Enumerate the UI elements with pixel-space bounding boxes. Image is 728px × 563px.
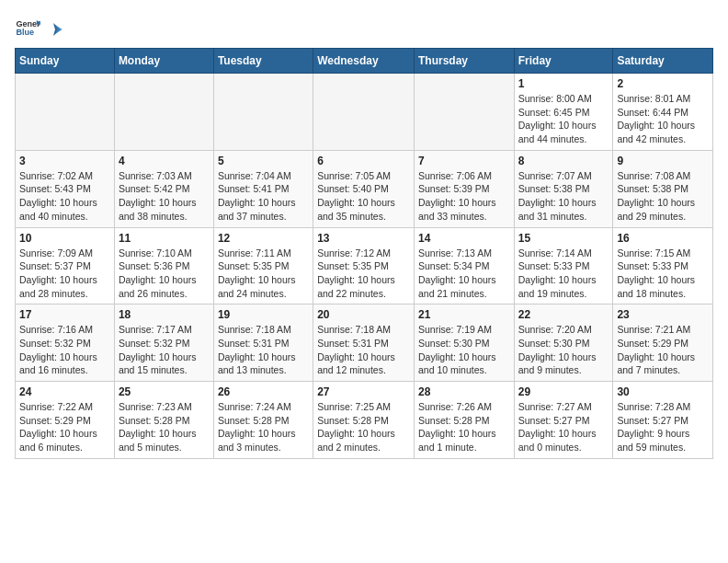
header-row: SundayMondayTuesdayWednesdayThursdayFrid… xyxy=(16,49,713,74)
week-row-4: 24Sunrise: 7:22 AM Sunset: 5:29 PM Dayli… xyxy=(16,382,713,459)
day-number: 8 xyxy=(518,155,609,167)
calendar-cell: 1Sunrise: 8:00 AM Sunset: 6:45 PM Daylig… xyxy=(514,74,613,151)
day-info: Sunrise: 7:07 AM Sunset: 5:38 PM Dayligh… xyxy=(518,169,609,224)
day-info: Sunrise: 7:27 AM Sunset: 5:27 PM Dayligh… xyxy=(518,400,609,454)
day-info: Sunrise: 7:03 AM Sunset: 5:42 PM Dayligh… xyxy=(119,169,210,224)
day-number: 7 xyxy=(418,155,510,167)
calendar-cell: 26Sunrise: 7:24 AM Sunset: 5:28 PM Dayli… xyxy=(213,382,313,459)
day-number: 12 xyxy=(218,232,309,245)
day-number: 24 xyxy=(19,385,110,398)
calendar-cell: 9Sunrise: 7:08 AM Sunset: 5:38 PM Daylig… xyxy=(613,150,713,227)
day-info: Sunrise: 7:18 AM Sunset: 5:31 PM Dayligh… xyxy=(218,323,309,377)
logo: General Blue xyxy=(15,15,63,40)
calendar-cell: 27Sunrise: 7:25 AM Sunset: 5:28 PM Dayli… xyxy=(313,382,415,459)
header-thursday: Thursday xyxy=(414,49,514,74)
day-number: 29 xyxy=(518,385,609,398)
calendar-cell: 12Sunrise: 7:11 AM Sunset: 5:35 PM Dayli… xyxy=(213,227,313,304)
calendar-cell: 25Sunrise: 7:23 AM Sunset: 5:28 PM Dayli… xyxy=(114,382,213,459)
logo-arrow-icon xyxy=(46,21,63,38)
day-number: 10 xyxy=(19,232,110,245)
calendar-cell: 23Sunrise: 7:21 AM Sunset: 5:29 PM Dayli… xyxy=(613,304,713,382)
day-number: 13 xyxy=(317,232,410,245)
calendar-cell xyxy=(16,74,115,151)
day-number: 1 xyxy=(518,77,609,90)
day-number: 15 xyxy=(518,232,609,245)
day-number: 17 xyxy=(19,308,110,321)
day-info: Sunrise: 7:12 AM Sunset: 5:35 PM Dayligh… xyxy=(317,247,410,301)
calendar-cell: 28Sunrise: 7:26 AM Sunset: 5:28 PM Dayli… xyxy=(414,382,514,459)
week-row-3: 17Sunrise: 7:16 AM Sunset: 5:32 PM Dayli… xyxy=(16,304,713,382)
day-info: Sunrise: 7:28 AM Sunset: 5:27 PM Dayligh… xyxy=(617,400,709,454)
day-number: 5 xyxy=(218,155,309,167)
calendar-cell: 5Sunrise: 7:04 AM Sunset: 5:41 PM Daylig… xyxy=(213,150,313,227)
calendar-cell: 20Sunrise: 7:18 AM Sunset: 5:31 PM Dayli… xyxy=(313,304,415,382)
day-info: Sunrise: 7:21 AM Sunset: 5:29 PM Dayligh… xyxy=(617,323,709,377)
day-info: Sunrise: 7:06 AM Sunset: 5:39 PM Dayligh… xyxy=(418,169,510,224)
week-row-1: 3Sunrise: 7:02 AM Sunset: 5:43 PM Daylig… xyxy=(16,150,713,227)
page-header: General Blue xyxy=(15,15,713,40)
calendar-cell: 6Sunrise: 7:05 AM Sunset: 5:40 PM Daylig… xyxy=(313,150,415,227)
calendar-cell: 29Sunrise: 7:27 AM Sunset: 5:27 PM Dayli… xyxy=(514,382,613,459)
day-number: 9 xyxy=(617,155,709,167)
calendar-cell: 14Sunrise: 7:13 AM Sunset: 5:34 PM Dayli… xyxy=(414,227,514,304)
calendar-cell: 21Sunrise: 7:19 AM Sunset: 5:30 PM Dayli… xyxy=(414,304,514,382)
day-number: 23 xyxy=(617,308,709,321)
day-info: Sunrise: 7:02 AM Sunset: 5:43 PM Dayligh… xyxy=(19,169,110,224)
calendar-cell: 2Sunrise: 8:01 AM Sunset: 6:44 PM Daylig… xyxy=(613,74,713,151)
day-info: Sunrise: 7:26 AM Sunset: 5:28 PM Dayligh… xyxy=(418,400,510,454)
day-info: Sunrise: 7:14 AM Sunset: 5:33 PM Dayligh… xyxy=(518,247,609,301)
calendar-cell: 13Sunrise: 7:12 AM Sunset: 5:35 PM Dayli… xyxy=(313,227,415,304)
day-number: 11 xyxy=(119,232,210,245)
day-number: 30 xyxy=(617,385,709,398)
day-info: Sunrise: 7:13 AM Sunset: 5:34 PM Dayligh… xyxy=(418,247,510,301)
calendar-cell: 8Sunrise: 7:07 AM Sunset: 5:38 PM Daylig… xyxy=(514,150,613,227)
day-info: Sunrise: 7:19 AM Sunset: 5:30 PM Dayligh… xyxy=(418,323,510,377)
calendar-cell xyxy=(313,74,415,151)
header-friday: Friday xyxy=(514,49,613,74)
day-info: Sunrise: 7:22 AM Sunset: 5:29 PM Dayligh… xyxy=(19,400,110,454)
day-number: 6 xyxy=(317,155,410,167)
day-info: Sunrise: 7:16 AM Sunset: 5:32 PM Dayligh… xyxy=(19,323,110,377)
calendar-cell: 24Sunrise: 7:22 AM Sunset: 5:29 PM Dayli… xyxy=(16,382,115,459)
week-row-0: 1Sunrise: 8:00 AM Sunset: 6:45 PM Daylig… xyxy=(16,74,713,151)
day-number: 2 xyxy=(617,77,709,90)
day-number: 18 xyxy=(119,308,210,321)
day-number: 22 xyxy=(518,308,609,321)
calendar-cell: 30Sunrise: 7:28 AM Sunset: 5:27 PM Dayli… xyxy=(613,382,713,459)
day-number: 20 xyxy=(317,308,410,321)
day-info: Sunrise: 7:23 AM Sunset: 5:28 PM Dayligh… xyxy=(119,400,210,454)
calendar-cell: 10Sunrise: 7:09 AM Sunset: 5:37 PM Dayli… xyxy=(16,227,115,304)
day-info: Sunrise: 7:04 AM Sunset: 5:41 PM Dayligh… xyxy=(218,169,309,224)
calendar-cell: 16Sunrise: 7:15 AM Sunset: 5:33 PM Dayli… xyxy=(613,227,713,304)
logo-icon: General Blue xyxy=(15,15,40,40)
calendar-cell: 22Sunrise: 7:20 AM Sunset: 5:30 PM Dayli… xyxy=(514,304,613,382)
calendar-cell: 4Sunrise: 7:03 AM Sunset: 5:42 PM Daylig… xyxy=(114,150,213,227)
calendar-cell xyxy=(414,74,514,151)
svg-text:Blue: Blue xyxy=(16,28,34,37)
day-info: Sunrise: 7:17 AM Sunset: 5:32 PM Dayligh… xyxy=(119,323,210,377)
day-info: Sunrise: 8:01 AM Sunset: 6:44 PM Dayligh… xyxy=(617,92,709,146)
day-info: Sunrise: 7:25 AM Sunset: 5:28 PM Dayligh… xyxy=(317,400,410,454)
day-info: Sunrise: 7:10 AM Sunset: 5:36 PM Dayligh… xyxy=(119,247,210,301)
day-number: 16 xyxy=(617,232,709,245)
day-number: 19 xyxy=(218,308,309,321)
day-info: Sunrise: 7:05 AM Sunset: 5:40 PM Dayligh… xyxy=(317,169,410,224)
calendar-cell: 7Sunrise: 7:06 AM Sunset: 5:39 PM Daylig… xyxy=(414,150,514,227)
calendar-cell: 11Sunrise: 7:10 AM Sunset: 5:36 PM Dayli… xyxy=(114,227,213,304)
day-info: Sunrise: 7:18 AM Sunset: 5:31 PM Dayligh… xyxy=(317,323,410,377)
day-info: Sunrise: 7:11 AM Sunset: 5:35 PM Dayligh… xyxy=(218,247,309,301)
day-number: 3 xyxy=(19,155,110,167)
calendar-table: SundayMondayTuesdayWednesdayThursdayFrid… xyxy=(15,48,713,459)
day-info: Sunrise: 7:15 AM Sunset: 5:33 PM Dayligh… xyxy=(617,247,709,301)
calendar-cell xyxy=(114,74,213,151)
day-number: 4 xyxy=(119,155,210,167)
header-wednesday: Wednesday xyxy=(313,49,415,74)
calendar-cell: 3Sunrise: 7:02 AM Sunset: 5:43 PM Daylig… xyxy=(16,150,115,227)
day-number: 28 xyxy=(418,385,510,398)
header-tuesday: Tuesday xyxy=(213,49,313,74)
day-info: Sunrise: 7:24 AM Sunset: 5:28 PM Dayligh… xyxy=(218,400,309,454)
header-saturday: Saturday xyxy=(613,49,713,74)
calendar-cell xyxy=(213,74,313,151)
day-number: 25 xyxy=(119,385,210,398)
calendar-cell: 17Sunrise: 7:16 AM Sunset: 5:32 PM Dayli… xyxy=(16,304,115,382)
